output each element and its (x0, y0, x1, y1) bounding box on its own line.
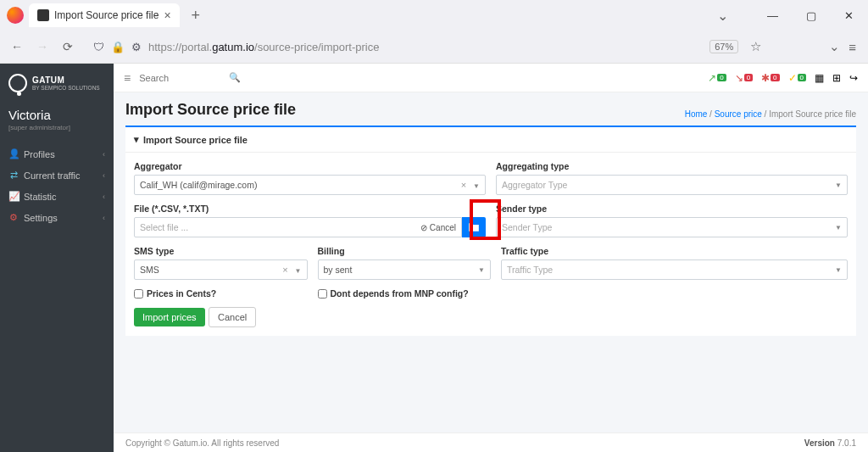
chevron-left-icon: ‹ (103, 171, 105, 180)
browser-tab[interactable]: Import Source price file × (29, 3, 180, 27)
crumb-source-price[interactable]: Source price (715, 109, 762, 119)
maximize-button[interactable]: ▢ (792, 0, 830, 31)
sender-select[interactable]: Sender Type ▼ (496, 217, 848, 237)
minimize-button[interactable]: — (754, 0, 792, 31)
chevron-down-icon: ▼ (473, 182, 480, 190)
sender-label: Sender type (496, 204, 848, 214)
file-browse-button[interactable] (462, 217, 486, 237)
sms-select[interactable]: SMS ×▼ (134, 259, 308, 280)
close-tab-icon[interactable]: × (164, 8, 170, 22)
tab-favicon (37, 9, 49, 21)
browser-chrome: Import Source price file × + ⌄ — ▢ ✕ ← →… (0, 0, 868, 64)
breadcrumb: Home / Source price / Import Source pric… (685, 109, 856, 119)
chevron-down-icon: ▼ (295, 267, 302, 275)
import-card: ▾ Import Source price file Aggregator Ca… (125, 126, 856, 336)
file-cancel-button[interactable]: ⊘Cancel (420, 223, 456, 232)
address-bar[interactable]: 🛡 🔒 ⚙ https://portal.gatum.io/source-pri… (85, 41, 701, 53)
chevron-down-icon: ▼ (835, 266, 842, 274)
sidebar-item-profiles[interactable]: 👤Profiles ‹ (0, 143, 114, 165)
crumb-current: Import Source price file (769, 109, 856, 119)
aggregator-select[interactable]: Calif_WH (calif@mirage.com) ×▼ (134, 175, 486, 195)
sidebar-item-settings[interactable]: ⚙Settings ‹ (0, 207, 114, 228)
menu-icon[interactable]: ≡ (849, 40, 856, 54)
chevron-left-icon: ‹ (103, 193, 105, 201)
version-value: 7.0.1 (837, 438, 856, 448)
traffic-icon: ⇄ (8, 170, 19, 181)
settings-icon: ⚙ (8, 212, 19, 223)
brand-name: GATUM (32, 75, 100, 85)
chevron-down-icon: ▼ (835, 224, 842, 232)
grid-icon[interactable]: ⊞ (832, 72, 841, 84)
version-label: Version (804, 438, 837, 448)
profiles-icon: 👤 (8, 148, 19, 159)
copyright: Copyright © Gatum.io. All rights reserve… (125, 438, 279, 448)
traffic-select[interactable]: Traffic Type ▼ (501, 259, 848, 280)
topbar: ≡ 🔍 ↗0 ↘0 ✱0 ✓0 ▦ ⊞ ↪ (114, 64, 868, 92)
new-tab-button[interactable]: + (186, 7, 206, 25)
cancel-button[interactable]: Cancel (209, 307, 256, 327)
aggregator-label: Aggregator (134, 161, 486, 171)
user-role: [super administrator] (0, 124, 114, 143)
permissions-icon: ⚙ (131, 41, 142, 53)
sidebar-item-statistic[interactable]: 📈Statistic ‹ (0, 186, 114, 207)
topbar-badge-3[interactable]: ✱0 (761, 72, 779, 84)
reload-button[interactable]: ⟳ (59, 40, 76, 53)
search-icon[interactable]: 🔍 (229, 72, 241, 83)
folder-icon (468, 222, 480, 232)
forward-button: → (34, 40, 51, 53)
search-input[interactable] (139, 70, 241, 86)
shield-icon: 🛡 (93, 41, 104, 53)
zoom-level[interactable]: 67% (709, 40, 738, 53)
topbar-badge-1[interactable]: ↗0 (708, 72, 726, 84)
brand-subtitle: BY SEMPICO SOLUTIONS (32, 85, 100, 91)
traffic-label: Traffic type (501, 246, 848, 256)
logo-icon (8, 74, 27, 92)
billing-label: Billing (318, 246, 492, 256)
sidebar-toggle-icon[interactable]: ≡ (124, 71, 131, 85)
page-title: Import Source price file (125, 101, 296, 119)
firefox-icon (7, 7, 24, 24)
cents-checkbox[interactable] (134, 289, 143, 299)
logout-icon[interactable]: ↪ (849, 72, 858, 84)
filter-icon: ▾ (134, 134, 139, 145)
chevron-down-icon: ▼ (835, 181, 842, 189)
close-window-button[interactable]: ✕ (830, 0, 868, 31)
statistic-icon: 📈 (8, 191, 19, 202)
flag-icon[interactable]: ▦ (815, 72, 824, 84)
bookmark-icon[interactable]: ☆ (750, 39, 761, 54)
topbar-badge-4[interactable]: ✓0 (788, 72, 806, 84)
chevron-left-icon: ‹ (103, 214, 105, 222)
billing-select[interactable]: by sent ▼ (318, 259, 492, 280)
lock-icon: 🔒 (111, 41, 125, 53)
sidebar-item-traffic[interactable]: ⇄Current traffic ‹ (0, 165, 114, 186)
chevron-down-icon: ▼ (478, 266, 485, 274)
back-button[interactable]: ← (8, 40, 25, 53)
file-label: File (*.CSV, *.TXT) (134, 204, 486, 214)
pocket-icon[interactable]: ⌄ (829, 39, 840, 54)
sidebar: GATUM BY SEMPICO SOLUTIONS Victoria [sup… (0, 64, 114, 452)
sms-label: SMS type (134, 246, 308, 256)
topbar-badge-2[interactable]: ↘0 (735, 72, 753, 84)
tabs-dropdown-icon[interactable]: ⌄ (717, 8, 728, 24)
mnp-checkbox[interactable] (318, 289, 327, 299)
footer: Copyright © Gatum.io. All rights reserve… (114, 432, 868, 452)
aggtype-select[interactable]: Aggregator Type ▼ (496, 175, 848, 195)
file-input[interactable]: Select file ... ⊘Cancel (134, 217, 462, 237)
user-name: Victoria (0, 99, 114, 124)
crumb-home[interactable]: Home (685, 109, 708, 119)
cancel-icon: ⊘ (420, 223, 427, 232)
chevron-left-icon: ‹ (103, 150, 105, 159)
clear-sms-icon[interactable]: × (282, 265, 287, 275)
card-title: Import Source price file (143, 135, 248, 145)
mnp-checkbox-wrap[interactable]: Dont depends from MNP config? (318, 288, 492, 299)
tab-title: Import Source price file (54, 9, 159, 21)
clear-aggregator-icon[interactable]: × (461, 180, 466, 190)
cents-checkbox-wrap[interactable]: Prices in Cents? (134, 288, 308, 299)
import-prices-button[interactable]: Import prices (134, 308, 205, 326)
brand-logo: GATUM BY SEMPICO SOLUTIONS (0, 70, 114, 99)
aggtype-label: Aggregating type (496, 161, 848, 171)
